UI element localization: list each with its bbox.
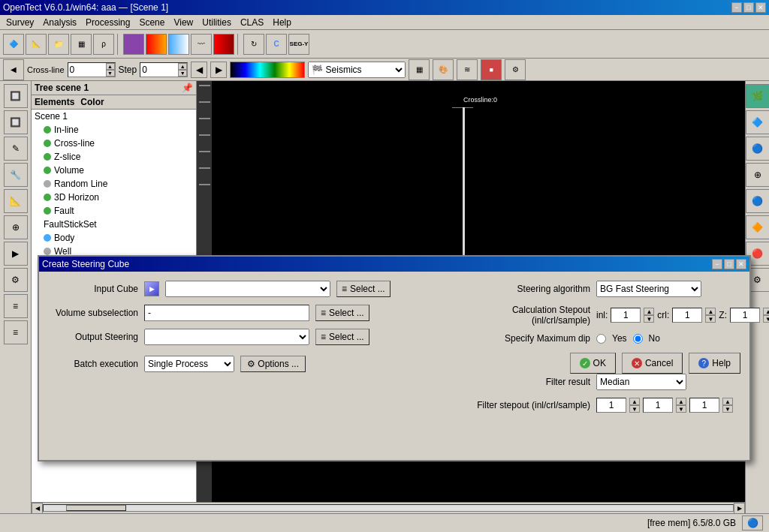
tree-item-crossline[interactable]: Cross-line — [41, 137, 196, 150]
z-up[interactable]: ▲ — [763, 308, 769, 315]
tb-wave[interactable]: 〰 — [191, 34, 212, 55]
tb-rotate[interactable]: ↻ — [243, 34, 264, 55]
tree-item-scene1[interactable]: Scene 1 — [32, 110, 196, 123]
fv3-up[interactable]: ▲ — [722, 398, 733, 405]
tb-color2[interactable] — [146, 34, 167, 55]
tb-color1[interactable] — [123, 34, 144, 55]
menu-help[interactable]: Help — [268, 16, 296, 29]
tb-wave2[interactable]: ≋ — [457, 59, 478, 80]
side-btn-10[interactable]: ≡ — [4, 320, 28, 344]
dialog-min-btn[interactable]: − — [712, 259, 722, 269]
tb-collapse[interactable]: ◀ — [3, 59, 24, 80]
side-btn-9[interactable]: ≡ — [4, 294, 28, 318]
fv2-down[interactable]: ▼ — [676, 405, 686, 413]
tb-segy[interactable]: SEG-Y — [288, 34, 309, 55]
right-btn-2[interactable]: 🔷 — [746, 110, 770, 134]
right-btn-1[interactable]: 🌿 — [746, 84, 770, 108]
tree-item-randomline[interactable]: Random Line — [41, 177, 196, 191]
output-steering-select[interactable] — [144, 329, 309, 345]
calc-z-input[interactable] — [730, 308, 760, 323]
right-btn-4[interactable]: ⊕ — [746, 163, 770, 187]
right-btn-5[interactable]: 🔵 — [746, 189, 770, 213]
tree-item-volume[interactable]: Volume — [41, 164, 196, 177]
side-btn-3[interactable]: ✎ — [4, 137, 28, 161]
input-cube-select[interactable] — [165, 281, 330, 297]
side-btn-5[interactable]: 📐 — [4, 189, 28, 213]
steering-algorithm-select[interactable]: BG Fast Steering — [596, 281, 701, 297]
fv3-down[interactable]: ▼ — [722, 405, 733, 413]
tree-item-faultstickset[interactable]: FaultStickSet — [41, 218, 196, 231]
dialog-max-btn[interactable]: □ — [724, 259, 734, 269]
status-icon[interactable]: 🔵 — [742, 515, 763, 530]
tb-c-icon[interactable]: C — [266, 34, 287, 55]
tb-palette[interactable]: 🎨 — [433, 59, 454, 80]
ok-btn[interactable]: ✓ OK — [570, 353, 616, 374]
tree-pin[interactable]: 📌 — [182, 83, 193, 93]
tb-rho[interactable]: ρ — [93, 34, 114, 55]
filter-v1-input[interactable] — [596, 398, 626, 413]
max-dip-no-radio[interactable] — [633, 334, 643, 344]
fv1-down[interactable]: ▼ — [629, 405, 640, 413]
crossline-spin[interactable]: ▲ ▼ — [68, 62, 116, 77]
tb-open[interactable]: 📁 — [48, 34, 69, 55]
tb-survey[interactable]: 📐 — [26, 34, 47, 55]
nav-next[interactable]: ▶ — [210, 62, 227, 78]
step-up[interactable]: ▲ — [178, 63, 187, 70]
crossline-input[interactable] — [68, 63, 106, 77]
tb-settings[interactable]: ⚙ — [505, 59, 526, 80]
batch-select[interactable]: Single Process — [144, 356, 234, 372]
minimize-btn[interactable]: − — [731, 2, 742, 13]
crossline-up[interactable]: ▲ — [106, 63, 115, 70]
right-btn-6[interactable]: 🔶 — [746, 215, 770, 239]
crl-up[interactable]: ▲ — [705, 308, 716, 315]
close-btn[interactable]: ✕ — [755, 2, 766, 13]
dialog-close-btn[interactable]: ✕ — [736, 259, 746, 269]
side-btn-6[interactable]: ⊕ — [4, 215, 28, 239]
tree-item-zslice[interactable]: Z-slice — [41, 150, 196, 164]
fv2-up[interactable]: ▲ — [676, 398, 686, 405]
options-btn[interactable]: ⚙ Options ... — [240, 356, 306, 372]
tb-red[interactable] — [213, 34, 234, 55]
crossline-down[interactable]: ▼ — [106, 70, 115, 77]
output-steering-select-btn[interactable]: ≡ Select ... — [315, 329, 369, 345]
step-spin[interactable]: ▲ ▼ — [140, 62, 188, 77]
sb-right-arrow[interactable]: ▶ — [734, 503, 745, 514]
fv1-up[interactable]: ▲ — [629, 398, 640, 405]
side-btn-8[interactable]: ⚙ — [4, 268, 28, 292]
sb-thumb[interactable] — [66, 505, 126, 511]
tree-item-inline[interactable]: In-line — [41, 123, 196, 137]
step-input[interactable] — [140, 63, 178, 77]
side-btn-4[interactable]: 🔧 — [4, 163, 28, 187]
calc-inl-input[interactable] — [611, 308, 641, 323]
filter-v2-input[interactable] — [643, 398, 673, 413]
calc-crl-input[interactable] — [672, 308, 702, 323]
sb-track[interactable] — [43, 504, 734, 512]
max-dip-yes-radio[interactable] — [596, 334, 606, 344]
input-cube-select-btn[interactable]: ≡ Select ... — [336, 281, 391, 297]
menu-analysis[interactable]: Analysis — [38, 16, 81, 29]
menu-processing[interactable]: Processing — [81, 16, 134, 29]
crl-down[interactable]: ▼ — [705, 315, 716, 323]
seismics-select[interactable]: 🏁 Seismics — [308, 62, 406, 78]
sb-left-arrow[interactable]: ◀ — [32, 503, 43, 514]
help-btn[interactable]: ? Help — [689, 353, 740, 374]
filter-v3-input[interactable] — [689, 398, 719, 413]
side-btn-7[interactable]: ▶ — [4, 242, 28, 266]
nav-prev[interactable]: ◀ — [191, 62, 207, 78]
tree-item-3dhorizon[interactable]: 3D Horizon — [41, 191, 196, 204]
tree-item-fault[interactable]: Fault — [41, 204, 196, 218]
side-btn-1[interactable]: 🔲 — [4, 84, 28, 108]
tb-red2[interactable]: ■ — [481, 59, 502, 80]
menu-clas[interactable]: CLAS — [236, 16, 268, 29]
cancel-btn[interactable]: ✕ Cancel — [622, 353, 683, 374]
tb-color3[interactable] — [168, 34, 189, 55]
volume-subselection-input[interactable] — [144, 305, 309, 321]
menu-view[interactable]: View — [169, 16, 198, 29]
inl-down[interactable]: ▼ — [644, 315, 654, 323]
step-down[interactable]: ▼ — [178, 70, 187, 77]
maximize-btn[interactable]: □ — [743, 2, 754, 13]
volume-subselection-select-btn[interactable]: ≡ Select ... — [315, 305, 369, 321]
menu-scene[interactable]: Scene — [134, 16, 169, 29]
tb-grid[interactable]: ▦ — [71, 34, 92, 55]
menu-utilities[interactable]: Utilities — [198, 16, 236, 29]
